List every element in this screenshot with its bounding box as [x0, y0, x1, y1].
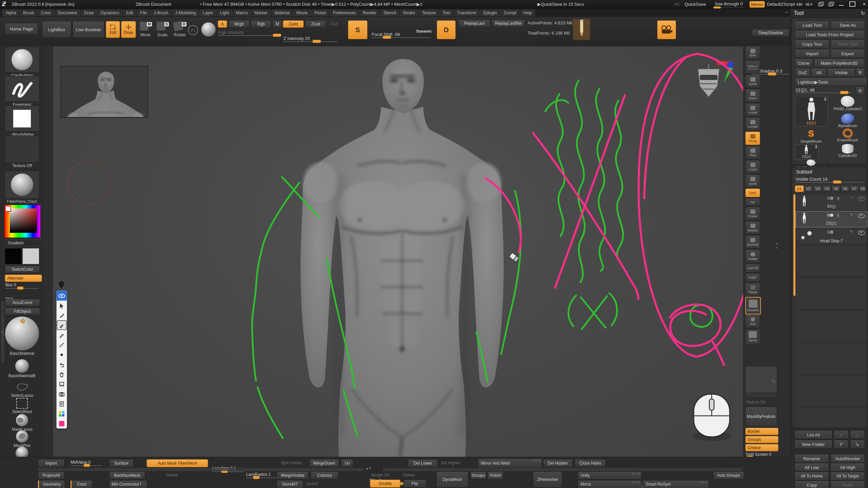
double-button[interactable]: Double: [370, 480, 400, 488]
visibility-icon[interactable]: [858, 214, 865, 218]
shelf-floor-button[interactable]: Floor: [745, 146, 760, 159]
vtab-v4[interactable]: V4: [822, 185, 831, 192]
groups-button[interactable]: Groups: [745, 436, 778, 443]
del-hidden-button[interactable]: Del Hidden: [543, 459, 573, 467]
menu-transform[interactable]: Transform: [454, 9, 479, 16]
alpha-selector[interactable]: ~BrushAlpha: [5, 106, 39, 137]
material-selector[interactable]: FabioPaiva_Clay2: [5, 171, 39, 203]
tool-slider-r-button[interactable]: R: [856, 86, 865, 95]
morph-uv-button[interactable]: Morph UV: [371, 473, 390, 477]
shelf-morpho-button[interactable]: Morpho: [745, 221, 760, 235]
clone-button[interactable]: Clone: [795, 59, 812, 67]
see-through-knob[interactable]: [713, 6, 721, 8]
split-hidden-button[interactable]: Split Hidden: [281, 461, 303, 465]
quicksave-button[interactable]: QuickSave: [685, 2, 706, 7]
pin-icon[interactable]: [57, 280, 66, 289]
vtab-v2[interactable]: V2: [804, 185, 813, 192]
shelf-lsym-button[interactable]: L.Sym: [745, 160, 760, 174]
paste-tool-button[interactable]: Paste Tool: [831, 40, 865, 48]
menu-tool[interactable]: Tool: [439, 9, 453, 16]
basic-material-b-selector[interactable]: BasicMaterialB: [4, 359, 40, 378]
subpalette-divider[interactable]: [383, 468, 743, 471]
shelf-solo-button[interactable]: Solo: [745, 314, 760, 328]
vtab-v6[interactable]: V6: [841, 185, 850, 192]
menu-light[interactable]: Light: [217, 9, 232, 16]
shelf-qxyz-button[interactable]: Qxyz: [745, 188, 760, 197]
move-into-folder-button[interactable]: ↱: [834, 440, 849, 449]
groups-polish-button[interactable]: Groups: [470, 471, 487, 480]
rotate-button[interactable]: R Rotate: [172, 21, 188, 37]
zsub-button[interactable]: Zsub: [305, 20, 326, 28]
polypaint-icon[interactable]: [827, 230, 834, 234]
visibility-icon[interactable]: [858, 197, 865, 201]
auto-groups-button[interactable]: Auto Groups: [713, 471, 744, 480]
masklasso-tool[interactable]: MaskLasso: [4, 414, 40, 432]
menu-jbrush[interactable]: J-Brush: [151, 9, 171, 16]
current-ink-color-swatch[interactable]: [57, 419, 67, 428]
midvalue-slider[interactable]: MidValue 0: [71, 460, 102, 466]
menu-movie[interactable]: Movie: [293, 9, 311, 16]
lightbox-tools-button[interactable]: Lightbox▶Tools: [795, 78, 867, 86]
shelf-linefill-button[interactable]: Line Fill: [745, 264, 760, 272]
camera-icon[interactable]: [657, 20, 676, 39]
subtool-row-empty[interactable]: [795, 278, 867, 309]
shelf-aahalf-button[interactable]: AAHalf: [745, 117, 760, 131]
export-button[interactable]: Export: [831, 49, 865, 58]
subtool-row-head[interactable]: ✎ Head Step-7: [795, 228, 867, 244]
maskpen-tool[interactable]: MaskPen: [4, 430, 40, 448]
shelf-transp-button[interactable]: Transp: [745, 283, 760, 296]
line-tool-button[interactable]: [57, 340, 67, 350]
menu-dynamics[interactable]: Dynamics: [98, 9, 122, 16]
goz-button[interactable]: GoZ: [795, 68, 810, 77]
z-intensity-slider[interactable]: Z Intensity 20: [283, 36, 338, 42]
visibility-icon[interactable]: [858, 230, 865, 235]
projectall-button[interactable]: ProjectAll: [38, 471, 64, 480]
menu-stroke[interactable]: Stroke: [400, 9, 418, 16]
shelf-bpr-button[interactable]: BPR: [745, 46, 760, 60]
vtab-v3[interactable]: V3: [813, 185, 822, 192]
close-holes-button[interactable]: Close Holes: [575, 459, 606, 467]
color-a-button[interactable]: A: [218, 20, 227, 28]
left-divider-arrow-icon[interactable]: ◂: [1, 329, 3, 334]
tool-reload-icon[interactable]: ↻: [861, 10, 865, 16]
tool-name-slider[interactable]: 23강1. 48: [795, 87, 852, 93]
auto-reorder-button[interactable]: AutoReorder: [830, 454, 865, 463]
brush-size-dot-button[interactable]: [57, 350, 67, 360]
fillobject-button[interactable]: FillObject: [5, 308, 40, 315]
rgb-intensity-slider[interactable]: Rgb Intensity: [218, 30, 280, 36]
polypaint-icon[interactable]: [827, 197, 834, 200]
divider-arrows[interactable]: ▲▼: [366, 467, 372, 470]
right-divider-arrows-icon[interactable]: ◂▸: [776, 241, 778, 249]
default-zscript-button[interactable]: DefaultZScript: [767, 2, 795, 7]
subtool-row-empty[interactable]: [795, 408, 867, 427]
subtool-row-43[interactable]: ✎ 43강: [795, 194, 867, 210]
storemt-button[interactable]: StoreMT: [277, 480, 303, 488]
uv-icon[interactable]: [837, 214, 841, 217]
uv-button[interactable]: Uv: [341, 459, 353, 467]
delmt-button[interactable]: DelMT: [307, 482, 318, 486]
paste-subtool-button[interactable]: Paste: [830, 481, 865, 488]
shelf-zoomsd-button[interactable]: ZoomSD: [745, 235, 760, 249]
menu-file[interactable]: File: [137, 9, 150, 16]
tablet-pressure-icon[interactable]: [795, 2, 813, 7]
shelf-dynamic-thumb[interactable]: Dynamic: [745, 297, 761, 314]
shelf-zoom-button[interactable]: Zoom: [745, 89, 760, 102]
deep-shadow-button[interactable]: DeepShadow: [752, 29, 789, 37]
tool-thumb-simplebrush[interactable]: S SimpleBrush: [795, 128, 827, 143]
all-low-button[interactable]: All Low: [794, 463, 829, 472]
visible-count-slider[interactable]: Visible Count 14: [795, 177, 863, 183]
lightbox-button[interactable]: LightBox: [42, 21, 71, 38]
mask-by-feature-button[interactable]: MaskByFeature: [745, 407, 777, 426]
selectlasso-tool[interactable]: SelectLasso: [4, 382, 40, 398]
menu-jmodeling[interactable]: J-Modeling: [172, 9, 199, 16]
tool-thumb-body-small[interactable]: 3 23강1: [795, 144, 818, 160]
all-to-target-button[interactable]: All To Target: [830, 472, 865, 481]
tool-thumb-cylinder[interactable]: Cylinder3D: [830, 144, 865, 158]
del-lower-button[interactable]: Del Lower: [408, 459, 438, 467]
close-button[interactable]: ✕: [860, 1, 868, 7]
color-palette-button[interactable]: [57, 409, 67, 419]
menu-edit[interactable]: Edit: [123, 9, 137, 16]
goz-all-button[interactable]: All: [811, 68, 827, 77]
pencil-tool-button[interactable]: [57, 330, 67, 340]
polypaint-icon[interactable]: [827, 214, 834, 217]
